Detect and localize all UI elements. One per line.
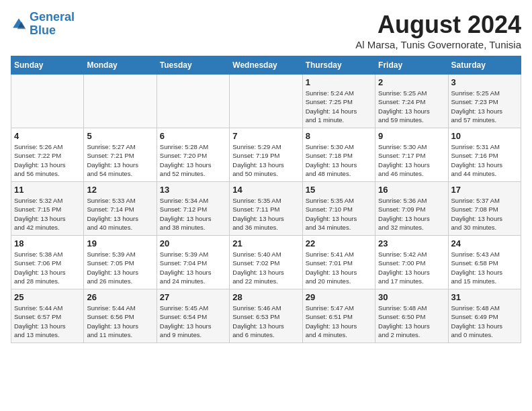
logo-line1: General <box>30 10 75 24</box>
logo-line2: Blue <box>30 24 56 37</box>
calendar-cell: 25Sunrise: 5:44 AM Sunset: 6:57 PM Dayli… <box>11 289 84 343</box>
calendar-cell: 4Sunrise: 5:26 AM Sunset: 7:22 PM Daylig… <box>11 128 84 182</box>
calendar-cell <box>157 75 229 128</box>
day-number: 3 <box>451 77 518 87</box>
day-info: Sunrise: 5:46 AM Sunset: 6:53 PM Dayligh… <box>232 304 299 339</box>
day-number: 1 <box>306 77 372 87</box>
day-number: 17 <box>451 185 518 195</box>
calendar-cell: 5Sunrise: 5:27 AM Sunset: 7:21 PM Daylig… <box>84 128 157 182</box>
day-number: 29 <box>306 292 372 302</box>
calendar-cell: 10Sunrise: 5:31 AM Sunset: 7:16 PM Dayli… <box>448 128 521 182</box>
day-number: 7 <box>232 131 299 141</box>
calendar-cell <box>230 75 302 128</box>
day-info: Sunrise: 5:48 AM Sunset: 6:50 PM Dayligh… <box>378 304 445 339</box>
day-info: Sunrise: 5:37 AM Sunset: 7:08 PM Dayligh… <box>451 196 518 232</box>
day-info: Sunrise: 5:44 AM Sunset: 6:56 PM Dayligh… <box>87 304 153 339</box>
weekday-header-wednesday: Wednesday <box>230 56 302 75</box>
logo-text: General Blue <box>30 11 75 38</box>
day-number: 27 <box>160 292 226 302</box>
day-info: Sunrise: 5:31 AM Sunset: 7:16 PM Dayligh… <box>451 142 518 178</box>
logo-icon <box>11 16 27 32</box>
day-info: Sunrise: 5:40 AM Sunset: 7:02 PM Dayligh… <box>232 250 299 285</box>
day-number: 20 <box>160 238 226 248</box>
month-title: August 2024 <box>355 11 521 39</box>
day-number: 22 <box>306 238 372 248</box>
day-number: 16 <box>378 185 445 195</box>
calendar-cell: 29Sunrise: 5:47 AM Sunset: 6:51 PM Dayli… <box>302 289 375 343</box>
page-header: General Blue August 2024 Al Marsa, Tunis… <box>11 11 521 50</box>
day-info: Sunrise: 5:35 AM Sunset: 7:11 PM Dayligh… <box>232 196 299 232</box>
day-info: Sunrise: 5:25 AM Sunset: 7:24 PM Dayligh… <box>378 89 445 124</box>
calendar-cell: 23Sunrise: 5:42 AM Sunset: 7:00 PM Dayli… <box>375 236 448 289</box>
calendar-cell: 9Sunrise: 5:30 AM Sunset: 7:17 PM Daylig… <box>375 128 448 182</box>
day-number: 18 <box>14 238 81 248</box>
day-info: Sunrise: 5:29 AM Sunset: 7:19 PM Dayligh… <box>232 142 299 178</box>
day-number: 15 <box>306 185 372 195</box>
calendar-cell: 31Sunrise: 5:48 AM Sunset: 6:49 PM Dayli… <box>448 289 521 343</box>
day-info: Sunrise: 5:48 AM Sunset: 6:49 PM Dayligh… <box>451 304 518 339</box>
calendar-cell: 19Sunrise: 5:39 AM Sunset: 7:05 PM Dayli… <box>84 236 157 289</box>
calendar-cell: 2Sunrise: 5:25 AM Sunset: 7:24 PM Daylig… <box>375 75 448 128</box>
calendar-cell: 20Sunrise: 5:39 AM Sunset: 7:04 PM Dayli… <box>157 236 229 289</box>
calendar-cell: 30Sunrise: 5:48 AM Sunset: 6:50 PM Dayli… <box>375 289 448 343</box>
day-number: 6 <box>160 131 226 141</box>
day-info: Sunrise: 5:43 AM Sunset: 6:58 PM Dayligh… <box>451 250 518 285</box>
day-number: 13 <box>160 185 226 195</box>
calendar-cell: 1Sunrise: 5:24 AM Sunset: 7:25 PM Daylig… <box>302 75 375 128</box>
calendar-cell: 27Sunrise: 5:45 AM Sunset: 6:54 PM Dayli… <box>157 289 229 343</box>
calendar-cell: 22Sunrise: 5:41 AM Sunset: 7:01 PM Dayli… <box>302 236 375 289</box>
day-info: Sunrise: 5:39 AM Sunset: 7:05 PM Dayligh… <box>87 250 153 285</box>
day-number: 25 <box>14 292 81 302</box>
calendar-cell: 16Sunrise: 5:36 AM Sunset: 7:09 PM Dayli… <box>375 182 448 236</box>
day-number: 10 <box>451 131 518 141</box>
calendar-week-row: 25Sunrise: 5:44 AM Sunset: 6:57 PM Dayli… <box>11 289 521 343</box>
day-number: 8 <box>306 131 372 141</box>
day-number: 12 <box>87 185 153 195</box>
location-subtitle: Al Marsa, Tunis Governorate, Tunisia <box>355 39 521 50</box>
calendar-cell: 24Sunrise: 5:43 AM Sunset: 6:58 PM Dayli… <box>448 236 521 289</box>
calendar-week-row: 11Sunrise: 5:32 AM Sunset: 7:15 PM Dayli… <box>11 182 521 236</box>
weekday-header-thursday: Thursday <box>302 56 375 75</box>
day-info: Sunrise: 5:42 AM Sunset: 7:00 PM Dayligh… <box>378 250 445 285</box>
day-number: 14 <box>232 185 299 195</box>
day-info: Sunrise: 5:27 AM Sunset: 7:21 PM Dayligh… <box>87 142 153 178</box>
day-number: 23 <box>378 238 445 248</box>
calendar-cell: 26Sunrise: 5:44 AM Sunset: 6:56 PM Dayli… <box>84 289 157 343</box>
day-info: Sunrise: 5:39 AM Sunset: 7:04 PM Dayligh… <box>160 250 226 285</box>
day-info: Sunrise: 5:32 AM Sunset: 7:15 PM Dayligh… <box>14 196 81 232</box>
day-info: Sunrise: 5:47 AM Sunset: 6:51 PM Dayligh… <box>306 304 372 339</box>
calendar-cell: 7Sunrise: 5:29 AM Sunset: 7:19 PM Daylig… <box>230 128 302 182</box>
day-number: 5 <box>87 131 153 141</box>
day-number: 2 <box>378 77 445 87</box>
day-info: Sunrise: 5:30 AM Sunset: 7:17 PM Dayligh… <box>378 142 445 178</box>
day-info: Sunrise: 5:33 AM Sunset: 7:14 PM Dayligh… <box>87 196 153 232</box>
calendar-cell: 8Sunrise: 5:30 AM Sunset: 7:18 PM Daylig… <box>302 128 375 182</box>
calendar-cell: 17Sunrise: 5:37 AM Sunset: 7:08 PM Dayli… <box>448 182 521 236</box>
day-number: 31 <box>451 292 518 302</box>
calendar-cell: 15Sunrise: 5:35 AM Sunset: 7:10 PM Dayli… <box>302 182 375 236</box>
calendar-cell <box>11 75 84 128</box>
day-number: 4 <box>14 131 81 141</box>
day-number: 9 <box>378 131 445 141</box>
day-number: 28 <box>232 292 299 302</box>
day-info: Sunrise: 5:44 AM Sunset: 6:57 PM Dayligh… <box>14 304 81 339</box>
calendar-cell: 11Sunrise: 5:32 AM Sunset: 7:15 PM Dayli… <box>11 182 84 236</box>
calendar-cell: 18Sunrise: 5:38 AM Sunset: 7:06 PM Dayli… <box>11 236 84 289</box>
day-number: 24 <box>451 238 518 248</box>
day-info: Sunrise: 5:36 AM Sunset: 7:09 PM Dayligh… <box>378 196 445 232</box>
calendar-cell: 13Sunrise: 5:34 AM Sunset: 7:12 PM Dayli… <box>157 182 229 236</box>
day-number: 11 <box>14 185 81 195</box>
weekday-header-tuesday: Tuesday <box>157 56 229 75</box>
weekday-header-row: SundayMondayTuesdayWednesdayThursdayFrid… <box>11 56 521 75</box>
day-info: Sunrise: 5:41 AM Sunset: 7:01 PM Dayligh… <box>306 250 372 285</box>
calendar-cell: 28Sunrise: 5:46 AM Sunset: 6:53 PM Dayli… <box>230 289 302 343</box>
day-info: Sunrise: 5:34 AM Sunset: 7:12 PM Dayligh… <box>160 196 226 232</box>
weekday-header-friday: Friday <box>375 56 448 75</box>
day-number: 21 <box>232 238 299 248</box>
weekday-header-monday: Monday <box>84 56 157 75</box>
day-info: Sunrise: 5:25 AM Sunset: 7:23 PM Dayligh… <box>451 89 518 124</box>
calendar-week-row: 1Sunrise: 5:24 AM Sunset: 7:25 PM Daylig… <box>11 75 521 128</box>
calendar-week-row: 4Sunrise: 5:26 AM Sunset: 7:22 PM Daylig… <box>11 128 521 182</box>
day-info: Sunrise: 5:24 AM Sunset: 7:25 PM Dayligh… <box>306 89 372 124</box>
day-number: 19 <box>87 238 153 248</box>
